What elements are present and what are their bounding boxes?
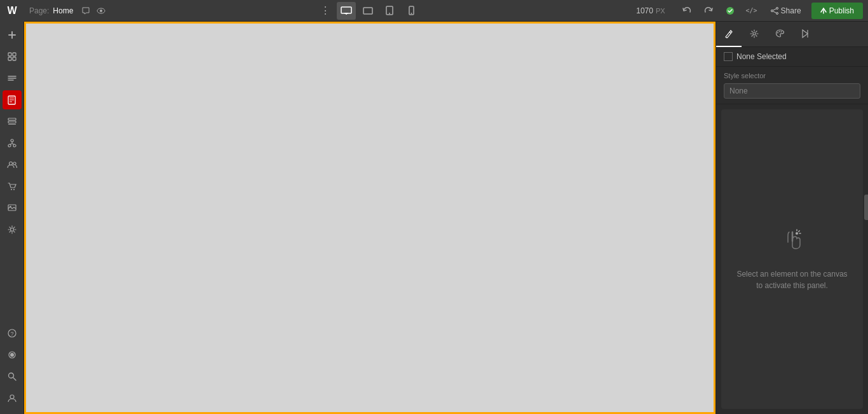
- view-mobile-btn[interactable]: [402, 2, 421, 20]
- svg-point-9: [410, 13, 412, 14]
- sidebar-add-icon[interactable]: [3, 25, 22, 45]
- svg-text:?: ?: [10, 331, 13, 337]
- svg-rect-32: [8, 124, 16, 125]
- none-selected-row: None Selected: [716, 47, 868, 67]
- svg-point-60: [796, 232, 798, 235]
- share-button[interactable]: Share: [764, 3, 808, 19]
- svg-line-51: [13, 378, 16, 380]
- svg-rect-5: [363, 8, 372, 14]
- share-label: Share: [781, 6, 801, 15]
- canvas-area[interactable]: [24, 22, 715, 414]
- logo: W: [0, 0, 24, 22]
- right-panel: None Selected Style selector None: [715, 22, 868, 414]
- svg-rect-20: [13, 53, 16, 56]
- svg-rect-30: [8, 118, 16, 120]
- comment-icon[interactable]: [78, 3, 93, 18]
- canvas-inner: [24, 22, 715, 414]
- redo-btn[interactable]: [700, 2, 717, 20]
- sidebar-pages-icon[interactable]: [3, 90, 22, 109]
- empty-state-text: Select an element on the canvas to activ…: [734, 268, 850, 291]
- sidebar-help-icon[interactable]: ?: [3, 324, 22, 343]
- sidebar-text-icon[interactable]: [3, 69, 22, 88]
- svg-line-38: [12, 144, 15, 144]
- svg-point-1: [100, 10, 102, 12]
- svg-marker-58: [803, 30, 808, 38]
- tab-settings[interactable]: [742, 22, 767, 47]
- sidebar-profile-icon[interactable]: [3, 389, 22, 408]
- style-selector-section: Style selector None: [716, 67, 868, 104]
- topbar: W Page: Home ⋮ 1070 PX: [0, 0, 868, 22]
- svg-point-45: [10, 228, 13, 231]
- svg-line-53: [729, 32, 731, 33]
- svg-point-34: [8, 144, 11, 147]
- svg-point-41: [11, 189, 12, 190]
- px-unit: PX: [656, 7, 665, 15]
- sidebar-media-icon[interactable]: [3, 198, 22, 217]
- left-sidebar: ?: [0, 22, 24, 414]
- svg-rect-21: [8, 57, 11, 60]
- tab-color[interactable]: [767, 22, 792, 47]
- logo-text: W: [7, 5, 17, 17]
- px-value: 1070: [636, 6, 653, 15]
- none-selected-label: None Selected: [736, 52, 787, 61]
- topbar-page: Page: Home: [24, 6, 78, 15]
- svg-point-50: [8, 373, 13, 378]
- svg-rect-2: [341, 7, 351, 13]
- svg-rect-31: [8, 121, 16, 123]
- empty-state-icon: [780, 227, 805, 258]
- sidebar-layers-icon[interactable]: [3, 112, 22, 131]
- tab-interaction[interactable]: [792, 22, 818, 47]
- svg-point-49: [10, 353, 14, 357]
- view-desktop-btn[interactable]: [337, 2, 356, 20]
- svg-point-13: [776, 12, 778, 14]
- style-selector-label: Style selector: [724, 72, 860, 79]
- svg-point-35: [13, 144, 16, 147]
- code-icon[interactable]: </>: [743, 2, 761, 20]
- svg-rect-19: [8, 53, 11, 56]
- publish-button[interactable]: Publish: [811, 3, 863, 19]
- svg-point-11: [771, 10, 773, 11]
- style-selector-dropdown[interactable]: None: [724, 83, 860, 99]
- svg-line-37: [10, 144, 12, 144]
- svg-line-14: [773, 8, 776, 10]
- topbar-dots[interactable]: ⋮: [316, 4, 334, 17]
- sidebar-search-icon[interactable]: [3, 367, 22, 386]
- none-selected-checkbox: [724, 52, 733, 61]
- topbar-px: 1070 PX: [628, 6, 672, 15]
- svg-point-39: [9, 162, 12, 165]
- right-panel-tabs: [716, 22, 868, 47]
- right-edge-slider[interactable]: [864, 195, 868, 220]
- svg-point-42: [13, 189, 15, 190]
- sidebar-settings-icon[interactable]: [3, 220, 22, 239]
- svg-point-54: [753, 32, 756, 35]
- sidebar-box-icon[interactable]: [3, 47, 22, 66]
- page-name[interactable]: Home: [53, 6, 73, 15]
- topbar-right: </> Share Publish: [673, 2, 868, 20]
- main: ?: [0, 22, 868, 414]
- eye-icon[interactable]: [93, 3, 109, 18]
- sidebar-components-icon[interactable]: [3, 134, 22, 153]
- sidebar-cart-icon[interactable]: [3, 177, 22, 196]
- svg-point-44: [10, 205, 11, 207]
- sidebar-users-icon[interactable]: [3, 155, 22, 174]
- svg-point-12: [776, 7, 778, 9]
- svg-point-7: [389, 13, 390, 14]
- svg-point-55: [777, 32, 778, 33]
- view-tablet-landscape-btn[interactable]: [358, 2, 377, 20]
- svg-rect-22: [13, 57, 16, 60]
- publish-label: Publish: [829, 6, 854, 15]
- undo-btn[interactable]: [678, 2, 696, 20]
- svg-point-40: [13, 162, 16, 165]
- view-tablet-btn[interactable]: [380, 2, 399, 20]
- svg-line-63: [798, 231, 799, 231]
- topbar-center: ⋮: [109, 2, 628, 20]
- tab-style[interactable]: [716, 22, 742, 47]
- sidebar-record-icon[interactable]: [3, 345, 22, 364]
- svg-point-33: [11, 139, 13, 142]
- status-icon[interactable]: [721, 2, 739, 20]
- empty-state: Select an element on the canvas to activ…: [721, 109, 863, 409]
- svg-point-52: [10, 395, 14, 399]
- svg-point-57: [781, 31, 782, 32]
- page-label: Page:: [29, 6, 49, 15]
- svg-line-15: [773, 11, 776, 12]
